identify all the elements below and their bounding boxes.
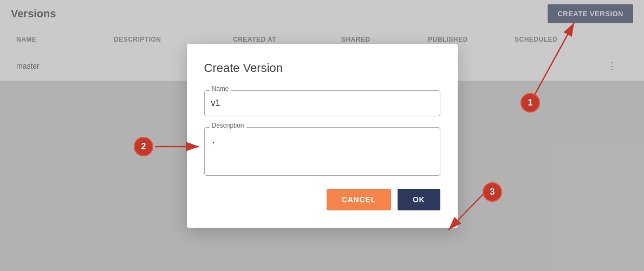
cancel-button[interactable]: CANCEL [327,189,391,210]
annotation-1: 1 [521,93,540,113]
create-version-dialog: Create Version Name Description . CANCEL… [187,44,458,228]
description-field-group: Description . [204,127,440,178]
name-label: Name [210,85,231,92]
dialog-title: Create Version [204,61,440,75]
description-input[interactable]: . [204,127,440,176]
ok-button[interactable]: OK [398,189,440,210]
dialog-buttons: CANCEL OK [204,189,440,210]
annotation-3: 3 [483,182,502,202]
modal-overlay: Create Version Name Description . CANCEL… [0,0,644,271]
name-field-group: Name [204,90,440,116]
name-input[interactable] [204,90,440,116]
annotation-2: 2 [134,137,153,156]
description-label: Description [210,122,246,129]
page: Versions CREATE VERSION NAME DESCRIPTION… [0,0,644,271]
